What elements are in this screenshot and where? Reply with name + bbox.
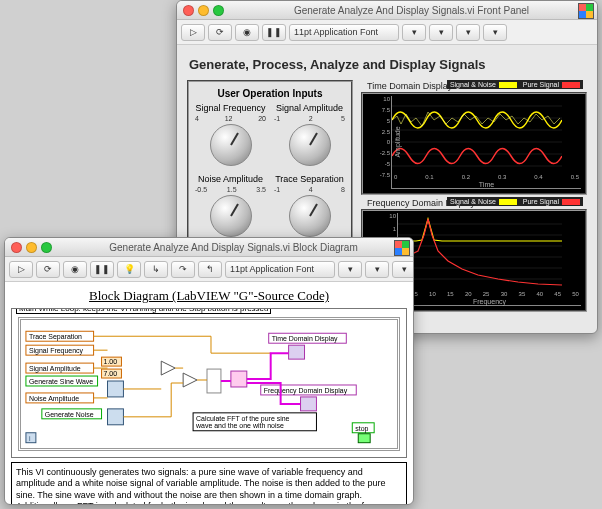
- block-diagram-canvas[interactable]: Main While Loop: keeps the VI running un…: [11, 308, 407, 458]
- zoom-icon[interactable]: [213, 5, 224, 16]
- abort-button[interactable]: ◉: [63, 261, 87, 278]
- knob-label: Signal Frequency: [195, 103, 266, 113]
- svg-text:1.00: 1.00: [104, 358, 118, 365]
- svg-text:Generate Noise: Generate Noise: [45, 411, 94, 418]
- reorder-button[interactable]: ▾: [392, 261, 414, 278]
- step-over-button[interactable]: ↷: [171, 261, 195, 278]
- front-panel-titlebar[interactable]: Generate Analyze And Display Signals.vi …: [177, 1, 597, 20]
- distribute-button[interactable]: ▾: [429, 24, 453, 41]
- svg-marker-31: [161, 361, 175, 375]
- signal-amplitude-knob[interactable]: [289, 124, 331, 166]
- minimize-icon[interactable]: [198, 5, 209, 16]
- time-domain-plot: Time Domain Display Signal & Noise Pure …: [361, 92, 587, 195]
- trace-separation-knob[interactable]: [289, 195, 331, 237]
- reorder-button[interactable]: ▾: [483, 24, 507, 41]
- window-title: Generate Analyze And Display Signals.vi …: [232, 5, 591, 16]
- close-icon[interactable]: [11, 242, 22, 253]
- block-diagram-toolbar: ▷ ⟳ ◉ ❚❚ 💡 ↳ ↷ ↰ 11pt Application Font ▾…: [5, 257, 413, 282]
- svg-text:Signal Amplitude: Signal Amplitude: [29, 365, 81, 373]
- highlight-button[interactable]: 💡: [117, 261, 141, 278]
- vi-icon[interactable]: [394, 240, 410, 256]
- wiring-canvas: Trace Separation Signal Frequency Signal…: [12, 309, 406, 457]
- svg-rect-7: [398, 213, 562, 291]
- knob-label: Noise Amplitude: [195, 174, 266, 184]
- svg-rect-40: [301, 397, 317, 411]
- svg-text:Noise Amplitude: Noise Amplitude: [29, 395, 79, 403]
- run-continuous-button[interactable]: ⟳: [36, 261, 60, 278]
- block-diagram-titlebar[interactable]: Generate Analyze And Display Signals.vi …: [5, 238, 413, 257]
- svg-text:wave and the one with noise: wave and the one with noise: [195, 422, 284, 429]
- svg-rect-30: [108, 409, 124, 425]
- minimize-icon[interactable]: [26, 242, 37, 253]
- window-title: Generate Analyze And Display Signals.vi …: [60, 242, 407, 253]
- noise-amplitude-knob[interactable]: [210, 195, 252, 237]
- time-plot-canvas: [392, 96, 562, 174]
- front-panel-toolbar: ▷ ⟳ ◉ ❚❚ 11pt Application Font ▾ ▾ ▾ ▾: [177, 20, 597, 45]
- knob-label: Trace Separation: [274, 174, 345, 184]
- svg-rect-37: [289, 345, 305, 359]
- abort-button[interactable]: ◉: [235, 24, 259, 41]
- knob-label: Signal Amplitude: [274, 103, 345, 113]
- while-loop-label: Main While Loop: keeps the VI running un…: [16, 308, 271, 314]
- vi-description: This VI continuously generates two signa…: [11, 462, 407, 505]
- svg-rect-0: [392, 96, 562, 174]
- svg-marker-32: [183, 373, 197, 387]
- plot-title: Time Domain Display: [367, 81, 452, 91]
- svg-text:7.00: 7.00: [104, 370, 118, 377]
- block-diagram-window: Generate Analyze And Display Signals.vi …: [4, 237, 414, 505]
- resize-button[interactable]: ▾: [456, 24, 480, 41]
- svg-text:Generate Sine Wave: Generate Sine Wave: [29, 378, 93, 385]
- pause-button[interactable]: ❚❚: [262, 24, 286, 41]
- page-title: Generate, Process, Analyze and Display S…: [189, 57, 587, 72]
- run-button[interactable]: ▷: [181, 24, 205, 41]
- vi-icon[interactable]: [578, 3, 594, 19]
- close-icon[interactable]: [183, 5, 194, 16]
- svg-text:stop: stop: [355, 425, 368, 433]
- signal-frequency-knob[interactable]: [210, 124, 252, 166]
- zoom-icon[interactable]: [41, 242, 52, 253]
- step-out-button[interactable]: ↰: [198, 261, 222, 278]
- run-button[interactable]: ▷: [9, 261, 33, 278]
- pause-button[interactable]: ❚❚: [90, 261, 114, 278]
- svg-rect-34: [231, 371, 247, 387]
- user-inputs-title: User Operation Inputs: [195, 88, 345, 99]
- node-label: Trace Separation: [29, 333, 82, 341]
- font-selector[interactable]: 11pt Application Font: [289, 24, 399, 41]
- svg-text:Signal Frequency: Signal Frequency: [29, 347, 84, 355]
- plot-legend: Signal & Noise Pure Signal: [447, 80, 583, 89]
- freq-plot-canvas: [398, 213, 562, 291]
- svg-text:Frequency Domain Display: Frequency Domain Display: [264, 387, 348, 395]
- svg-rect-47: [26, 433, 36, 443]
- plot-legend: Signal & Noise Pure Signal: [447, 197, 583, 206]
- svg-rect-29: [108, 381, 124, 397]
- run-continuous-button[interactable]: ⟳: [208, 24, 232, 41]
- block-diagram-heading: Block Diagram (LabVIEW "G"-Source Code): [11, 288, 407, 304]
- step-into-button[interactable]: ↳: [144, 261, 168, 278]
- svg-rect-33: [207, 369, 221, 393]
- align-button[interactable]: ▾: [338, 261, 362, 278]
- distribute-button[interactable]: ▾: [365, 261, 389, 278]
- svg-text:Time Domain Display: Time Domain Display: [272, 335, 338, 343]
- font-selector[interactable]: 11pt Application Font: [225, 261, 335, 278]
- align-button[interactable]: ▾: [402, 24, 426, 41]
- svg-rect-46: [358, 434, 370, 443]
